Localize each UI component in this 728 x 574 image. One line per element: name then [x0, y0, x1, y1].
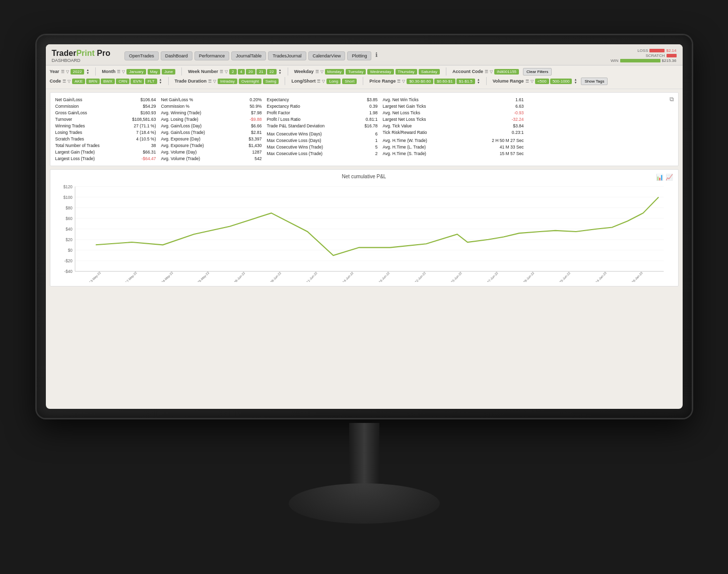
year-stepper[interactable]: ▲ ▼ — [86, 68, 89, 75]
price-range-icon1[interactable]: ☰ — [397, 79, 401, 84]
pr-030-060[interactable]: $0.30-$0.60 — [407, 79, 433, 84]
month-jun[interactable]: June — [162, 69, 175, 75]
code-evn[interactable]: EVN — [130, 79, 144, 84]
trade-duration-icon1[interactable]: ☰ — [208, 79, 212, 84]
logo-print: Print — [76, 49, 94, 57]
stat-value: -32.24 — [511, 117, 523, 122]
week-20[interactable]: 20 — [246, 69, 255, 75]
wd-wed[interactable]: Wednesday — [367, 69, 393, 75]
stat-label: Max Cosecutive Loss (Days) — [267, 138, 321, 143]
code-bwx[interactable]: BWX — [101, 79, 115, 84]
weekday-filter-icon2[interactable]: ▽ — [320, 69, 323, 74]
code-stepper[interactable]: ▲ ▼ — [159, 78, 162, 84]
line-chart-icon[interactable]: 📈 — [666, 174, 673, 181]
stat-value: 542 — [254, 156, 261, 161]
week-filter-icon2[interactable]: ▽ — [225, 69, 228, 74]
stat-total-trades: Total Number of Trades 38 — [55, 142, 156, 149]
volume-range-icon2[interactable]: ▽ — [531, 79, 534, 84]
stat-col-3: Expectancy $3.85 Expectancy Ratio 0.39 P… — [267, 97, 378, 162]
stat-avg-exp-day: Avg. Exposure (Day) $3,397 — [161, 136, 262, 142]
year-chip[interactable]: 2022 — [71, 69, 85, 75]
code-down[interactable]: ▼ — [159, 81, 162, 84]
month-filter-icon1[interactable]: ☰ — [117, 69, 120, 74]
long-short-icon1[interactable]: ☰ — [317, 79, 320, 84]
wd-thu[interactable]: Thursday — [395, 69, 417, 75]
loss-bar-row: LOSS $2.14 — [628, 48, 676, 53]
stat-label: Expectancy Ratio — [267, 104, 300, 109]
stat-value: 0.20% — [249, 97, 261, 102]
month-filter-icon2[interactable]: ▽ — [122, 69, 125, 74]
week-down[interactable]: ▼ — [279, 71, 282, 75]
dir-long[interactable]: Long — [326, 79, 341, 84]
divider-2 — [181, 67, 182, 76]
stat-turnover: Turnover $108,581.63 — [55, 116, 156, 122]
pr-060-1[interactable]: $0.60-$1 — [434, 79, 455, 84]
nav-trades-journal[interactable]: TradesJournal — [268, 51, 306, 60]
code-flt[interactable]: FLT — [145, 79, 157, 84]
divider-8 — [486, 77, 487, 85]
dur-overnight[interactable]: Overnight — [239, 79, 261, 84]
nav-open-trades[interactable]: OpenTrades — [124, 51, 159, 60]
volume-down[interactable]: ▼ — [574, 81, 577, 84]
price-down[interactable]: ▼ — [477, 81, 480, 84]
year-filter-icon2[interactable]: ▽ — [66, 69, 69, 74]
header: TraderPrint Pro DASHBOARD OpenTrades Das… — [46, 44, 683, 65]
nav-calendar-view[interactable]: CalendarView — [308, 51, 346, 60]
bar-chart-icon[interactable]: 📊 — [656, 174, 664, 181]
divider-6 — [285, 77, 285, 85]
svg-text:08-Jun-22: 08-Jun-22 — [269, 271, 282, 282]
code-crn[interactable]: CRN — [116, 79, 129, 84]
scratch-bar — [667, 54, 677, 57]
vol-lt500[interactable]: <500 — [535, 79, 549, 84]
code-filter-icon1[interactable]: ☰ — [62, 79, 66, 84]
code-filter-icon2[interactable]: ▽ — [68, 79, 71, 84]
dir-short[interactable]: Short — [342, 79, 357, 84]
nav-plotting[interactable]: Plotting — [347, 51, 371, 60]
code-ake[interactable]: AKE — [72, 79, 85, 84]
nav-dashboard[interactable]: DashBoard — [161, 51, 192, 60]
info-icon[interactable]: ℹ — [375, 51, 378, 60]
volume-range-icon1[interactable]: ☰ — [525, 79, 529, 84]
dur-intraday[interactable]: Intraday — [218, 79, 237, 84]
week-filter-icon1[interactable]: ☰ — [220, 69, 223, 74]
week-4[interactable]: 4 — [238, 69, 245, 75]
price-range-icon2[interactable]: ▽ — [402, 79, 405, 84]
vol-500-1000[interactable]: 500-1000 — [550, 79, 572, 84]
wd-sat[interactable]: Saturday — [419, 69, 440, 75]
nav-performance[interactable]: Performance — [194, 51, 230, 60]
weekday-filter-icon1[interactable]: ☰ — [315, 69, 319, 74]
nav-buttons: OpenTrades DashBoard Performance Journal… — [124, 51, 593, 60]
nav-journal-table[interactable]: JournalTable — [231, 51, 266, 60]
pr-1-15[interactable]: $1-$1.5 — [456, 79, 475, 84]
code-brn[interactable]: BRN — [86, 79, 100, 84]
price-stepper[interactable]: ▲ ▼ — [477, 78, 480, 84]
svg-text:25-May-22: 25-May-22 — [196, 270, 210, 282]
wd-tue[interactable]: Tuesday — [346, 69, 366, 75]
week-2[interactable]: 2 — [229, 69, 236, 75]
account-filter-icon1[interactable]: ☰ — [485, 69, 488, 74]
stats-filter-icon[interactable]: ⧉ — [670, 96, 674, 103]
month-jan[interactable]: January — [126, 69, 146, 75]
trade-duration-icon2[interactable]: ▽ — [213, 79, 216, 84]
stat-value: 1.61 — [515, 97, 524, 102]
account-chip[interactable]: IN8001155 — [494, 69, 519, 75]
stat-value: 38 — [151, 143, 156, 148]
stat-col-1: Net Gain/Loss $106.64 Commission $54.29 … — [55, 97, 156, 162]
month-may[interactable]: May — [148, 69, 160, 75]
clear-filters-button[interactable]: Clear Filters — [523, 68, 552, 76]
year-down[interactable]: ▼ — [86, 71, 89, 75]
week-22[interactable]: 22 — [267, 69, 277, 75]
show-tags-button[interactable]: Show Tags — [581, 78, 608, 85]
year-filter-icon1[interactable]: ☰ — [61, 69, 64, 74]
week-stepper[interactable]: ▲ ▼ — [279, 68, 282, 75]
volume-stepper[interactable]: ▲ ▼ — [574, 78, 577, 84]
svg-text:22-Jun-22: 22-Jun-22 — [414, 271, 426, 282]
long-short-icon2[interactable]: ▽ — [322, 79, 325, 84]
stat-avg-tick-val: Avg. Tick Value $3.84 — [383, 123, 524, 129]
stat-value: 0.39 — [369, 104, 378, 109]
week-21[interactable]: 21 — [256, 69, 266, 75]
svg-text:14-Jan-23: 14-Jan-23 — [594, 271, 607, 282]
account-filter-icon2[interactable]: ▽ — [490, 69, 493, 74]
dur-swing[interactable]: Swing — [263, 79, 279, 84]
wd-mon[interactable]: Monday — [325, 69, 344, 75]
